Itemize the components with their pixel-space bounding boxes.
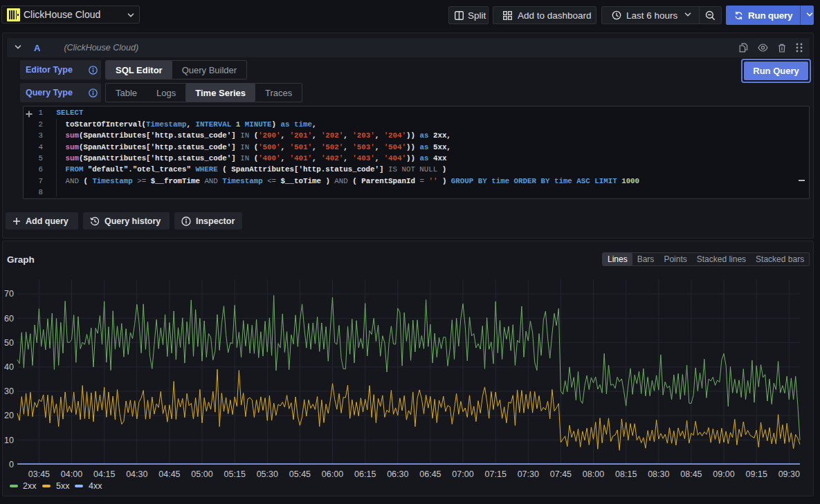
svg-text:04:30: 04:30 [126, 469, 147, 479]
svg-text:50: 50 [4, 338, 14, 348]
svg-text:09:00: 09:00 [713, 469, 734, 479]
svg-text:70: 70 [4, 289, 14, 299]
svg-text:06:00: 06:00 [322, 469, 343, 479]
svg-text:06:45: 06:45 [419, 469, 441, 479]
svg-text:07:45: 07:45 [550, 469, 572, 479]
svg-text:07:15: 07:15 [485, 469, 507, 479]
svg-text:08:45: 08:45 [680, 469, 702, 479]
svg-text:06:15: 06:15 [354, 469, 376, 479]
svg-text:0: 0 [9, 460, 14, 469]
svg-text:07:30: 07:30 [518, 469, 539, 479]
svg-text:07:00: 07:00 [452, 469, 473, 479]
svg-text:05:30: 05:30 [257, 469, 278, 479]
svg-text:20: 20 [4, 411, 14, 420]
svg-text:05:00: 05:00 [191, 469, 212, 479]
svg-text:30: 30 [4, 386, 14, 396]
svg-text:04:15: 04:15 [93, 469, 115, 479]
svg-text:05:15: 05:15 [224, 469, 246, 479]
svg-text:10: 10 [4, 436, 14, 445]
svg-text:03:45: 03:45 [28, 469, 50, 479]
svg-text:40: 40 [4, 362, 14, 372]
svg-text:08:00: 08:00 [583, 469, 604, 479]
svg-text:04:45: 04:45 [158, 469, 180, 479]
svg-text:09:30: 09:30 [778, 469, 800, 479]
svg-text:06:30: 06:30 [387, 469, 408, 479]
svg-text:08:30: 08:30 [648, 469, 669, 479]
svg-text:09:15: 09:15 [746, 469, 767, 479]
svg-text:08:15: 08:15 [615, 469, 637, 479]
svg-text:04:00: 04:00 [61, 469, 82, 479]
svg-text:05:45: 05:45 [289, 469, 311, 479]
svg-text:60: 60 [4, 314, 14, 324]
